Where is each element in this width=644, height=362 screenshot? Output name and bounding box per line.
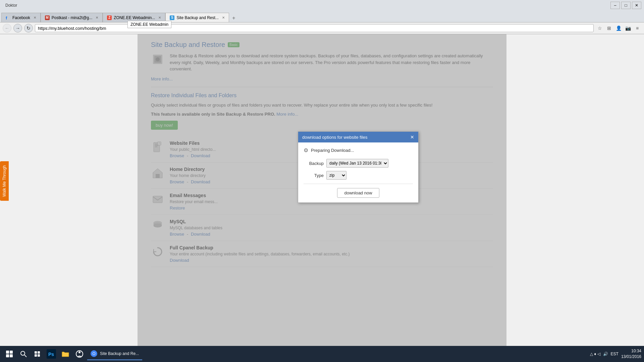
taskbar-systray: △ ♦ ◁ [590, 352, 600, 356]
type-select[interactable]: ziptar.gz [326, 171, 346, 180]
taskbar-chrome-app[interactable]: Site Backup and Re... [87, 348, 142, 360]
walk-me-through-btn[interactable]: Walk Me Through [0, 161, 9, 201]
taskbar-task-view[interactable] [31, 348, 44, 360]
bookmark-star-icon[interactable]: ☆ [596, 24, 604, 32]
tab-facebook-label: Facebook [12, 15, 30, 20]
type-row: Type ziptar.gz [304, 171, 413, 180]
svg-rect-16 [10, 351, 13, 354]
backup-select[interactable]: daily (Wed Jan 13 2016 01:30am)weeklymon… [326, 159, 388, 168]
svg-point-28 [78, 351, 80, 353]
content-area: Site Backup and Restore Basic Site Backu… [138, 34, 506, 346]
svg-rect-22 [38, 351, 40, 354]
download-options-modal: download options for website files ✕ ⚙ P… [298, 131, 419, 203]
close-button[interactable]: ✕ [632, 2, 641, 9]
svg-point-19 [21, 351, 25, 355]
timezone: EST [611, 352, 619, 356]
facebook-favicon: f [6, 15, 10, 20]
svg-text:Ps: Ps [48, 352, 54, 357]
volume-icon[interactable]: 🔊 [603, 352, 608, 356]
gear-icon: ⚙ [304, 147, 308, 154]
svg-rect-15 [6, 351, 9, 354]
reload-button[interactable]: ↻ [24, 24, 33, 33]
avatar-icon[interactable]: 👤 [614, 24, 623, 32]
forward-button[interactable]: → [13, 24, 22, 33]
address-bar: ← → ↻ ☆ ⊞ 👤 📷 ≡ [0, 22, 644, 34]
preparing-text: Preparing Download... [311, 148, 354, 153]
back-button[interactable]: ← [3, 24, 11, 33]
backup-favicon: S [170, 15, 174, 20]
taskbar-app-label: Site Backup and Re... [100, 351, 139, 356]
svg-rect-23 [35, 354, 37, 357]
type-label: Type [304, 173, 324, 178]
title-bar: Doktor – □ ✕ [0, 0, 644, 11]
tab-backup-label: Site Backup and Rest... [176, 15, 218, 20]
new-tab-button[interactable]: + [229, 14, 238, 22]
taskbar-app3[interactable] [73, 348, 86, 360]
camera-icon[interactable]: 📷 [624, 24, 632, 32]
svg-line-20 [24, 355, 26, 357]
tab-zone-close[interactable]: ✕ [158, 16, 161, 19]
preparing-row: ⚙ Preparing Download... [304, 147, 413, 154]
modal-body: ⚙ Preparing Download... Backup daily (We… [298, 142, 418, 202]
modal-close-button[interactable]: ✕ [410, 134, 414, 140]
extensions-icon[interactable]: ⊞ [605, 24, 613, 32]
taskbar: Ps Site Backup and Re... △ ♦ ◁ [0, 346, 644, 362]
tab-postkast-label: Postkast - mina2t@g... [52, 15, 93, 20]
clock-time: 10:34 [621, 348, 641, 354]
taskbar-search-button[interactable] [17, 348, 30, 360]
modal-header: download options for website files ✕ [298, 132, 418, 142]
browser-icons: ☆ ⊞ 👤 📷 ≡ [596, 24, 641, 32]
backup-label: Backup [304, 161, 324, 166]
browser-user: Doktor [3, 3, 17, 8]
svg-rect-17 [6, 354, 9, 357]
start-button[interactable] [3, 347, 16, 361]
backup-row: Backup daily (Wed Jan 13 2016 01:30am)we… [304, 159, 413, 168]
taskbar-clock: 10:34 13/01/2016 [621, 348, 641, 360]
minimize-button[interactable]: – [610, 2, 620, 9]
svg-rect-24 [38, 354, 40, 357]
form-divider [304, 184, 413, 184]
svg-point-31 [93, 353, 95, 355]
tab-facebook[interactable]: f Facebook ✕ [1, 13, 41, 22]
tab-backup-close[interactable]: ✕ [222, 16, 225, 19]
page-content: Walk Me Through Site Backup and Restore … [0, 34, 644, 346]
postkast-favicon: M [45, 15, 50, 20]
svg-rect-21 [35, 351, 37, 354]
tab-bar: f Facebook ✕ M Postkast - mina2t@g... ✕ … [0, 11, 644, 22]
tab-tooltip: ZONE.EE Webadmin [127, 21, 171, 28]
tab-backup[interactable]: S Site Backup and Rest... ✕ [165, 13, 229, 22]
tab-zone-label: ZONE.EE Webadmin... [114, 15, 155, 20]
zone-favicon: Z [107, 15, 112, 20]
svg-rect-18 [10, 354, 13, 357]
taskbar-right: △ ♦ ◁ 🔊 EST 10:34 13/01/2016 [590, 348, 641, 360]
url-field[interactable] [35, 24, 594, 32]
browser-window: Doktor – □ ✕ f Facebook ✕ M Postkast - m… [0, 0, 644, 362]
tab-postkast[interactable]: M Postkast - mina2t@g... ✕ [41, 13, 103, 22]
taskbar-file-explorer[interactable] [59, 348, 72, 360]
tab-postkast-close[interactable]: ✕ [96, 16, 98, 19]
maximize-button[interactable]: □ [621, 2, 631, 9]
clock-date: 13/01/2016 [621, 354, 641, 360]
menu-icon[interactable]: ≡ [633, 24, 641, 32]
taskbar-photoshop[interactable]: Ps [45, 348, 58, 360]
download-now-button[interactable]: download now [337, 188, 379, 198]
modal-title: download options for website files [302, 135, 367, 140]
window-controls: – □ ✕ [610, 2, 641, 9]
tab-facebook-close[interactable]: ✕ [34, 16, 36, 19]
